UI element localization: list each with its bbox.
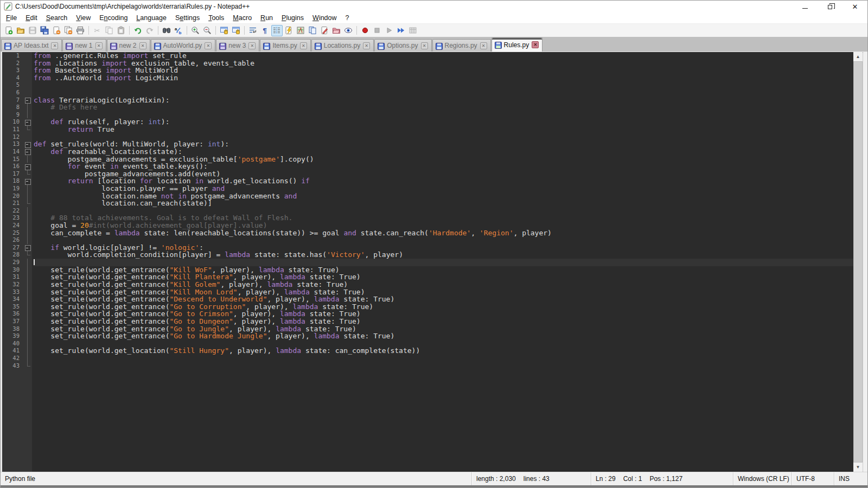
menu-item-view[interactable]: View (72, 13, 95, 23)
code-line[interactable]: set_rule(world.get_entrance("Go to Corru… (34, 303, 853, 311)
cut-icon[interactable]: ✂ (92, 25, 103, 36)
code-line[interactable]: def rule(self, player: int): (34, 118, 853, 126)
redo-icon[interactable] (144, 25, 156, 36)
menu-item-macro[interactable]: Macro (228, 13, 256, 23)
code-line[interactable]: set_rule(world.get_entrance("Go to Jungl… (34, 325, 853, 333)
code-line[interactable]: # 88 total achievements. Goal is to defe… (34, 214, 853, 222)
code-line[interactable] (34, 236, 853, 244)
scrollbar-thumb[interactable] (853, 61, 863, 463)
tab-close-icon[interactable]: ✕ (363, 42, 370, 49)
code-line[interactable] (34, 133, 853, 141)
tab-close-icon[interactable]: ✕ (532, 41, 539, 48)
open-folder-icon[interactable] (15, 25, 27, 36)
save-all-icon[interactable] (39, 25, 50, 36)
code-line[interactable]: from ..generic.Rules import set_rule (34, 52, 853, 60)
code-line[interactable]: from ..AutoWorld import LogicMixin (34, 74, 853, 82)
code-line[interactable]: set_rule(world.get_entrance("Kill WoF", … (34, 266, 853, 274)
code-line[interactable]: goal = 20#int(world.achievement_goal[pla… (34, 222, 853, 229)
menu-item-language[interactable]: Language (132, 13, 171, 23)
tab-items-py[interactable]: Items.py✕ (260, 39, 310, 52)
code-line[interactable] (34, 355, 853, 362)
tab-new-1[interactable]: new 1✕ (62, 39, 106, 52)
macro-save-icon[interactable] (407, 25, 419, 36)
replace-icon[interactable]: ab (173, 25, 184, 36)
undo-icon[interactable] (132, 25, 144, 36)
restore-button[interactable] (818, 1, 843, 12)
menu-item-settings[interactable]: Settings (171, 13, 204, 23)
tab-close-icon[interactable]: ✕ (248, 42, 256, 49)
fold-collapse-box[interactable] (23, 244, 32, 252)
fold-collapse-box[interactable] (23, 97, 32, 104)
macro-record-icon[interactable] (360, 25, 371, 36)
tab-close-icon[interactable]: ✕ (95, 42, 103, 49)
code-line[interactable]: location.can_reach(state)] (34, 200, 853, 207)
tab-locations-py[interactable]: Locations.py✕ (311, 39, 374, 52)
menu-item-encoding[interactable]: Encoding (95, 13, 132, 23)
macro-stop-icon[interactable] (372, 25, 383, 36)
code-line[interactable]: def reachable_locations(state): (34, 148, 853, 156)
code-line[interactable]: set_rule(world.get_entrance("Kill Plante… (34, 273, 853, 281)
monitoring-eye-icon[interactable] (343, 25, 354, 36)
code-line[interactable] (34, 207, 853, 215)
fold-collapse-box[interactable] (23, 163, 32, 170)
fold-collapse-box[interactable] (23, 177, 32, 185)
tab-rules-py[interactable]: Rules.py✕ (492, 37, 543, 52)
code-line[interactable]: class TerrariaLogic(LogicMixin): (34, 97, 853, 104)
style-token-icon[interactable] (319, 25, 330, 36)
editor-area[interactable]: 1234567891011121314151617181920212223242… (1, 52, 867, 472)
word-wrap-icon[interactable] (247, 25, 259, 36)
code-line[interactable]: world.completion_condition[player] = lam… (34, 251, 853, 259)
zoom-in-icon[interactable] (190, 25, 201, 36)
window-resize-edge[interactable] (863, 52, 867, 472)
menu-item-file[interactable]: File (2, 13, 21, 23)
scroll-up-arrow[interactable]: ▲ (853, 52, 863, 61)
function-list-icon[interactable] (283, 25, 295, 36)
tab-regions-py[interactable]: Regions.py✕ (432, 39, 491, 52)
menu-item-window[interactable]: Window (308, 13, 341, 23)
code-line[interactable]: return True (34, 126, 853, 133)
zoom-out-icon[interactable] (202, 25, 213, 36)
menu-item-tools[interactable]: Tools (204, 13, 228, 23)
tab-new-3[interactable]: new 3✕ (216, 39, 259, 52)
code-line[interactable]: set_rule(world.get_entrance("Kill Moon L… (34, 288, 853, 296)
minimize-button[interactable] (793, 1, 818, 12)
tab-close-icon[interactable]: ✕ (51, 42, 58, 49)
code-line[interactable]: postgame_advancements = exclusion_table[… (34, 156, 853, 163)
code-column[interactable]: from ..generic.Rules import set_rulefrom… (32, 52, 853, 472)
menu-item-search[interactable]: Search (42, 13, 72, 23)
find-icon[interactable] (161, 25, 173, 36)
copy-icon[interactable] (104, 25, 115, 36)
fold-collapse-box[interactable] (23, 148, 32, 156)
tab-close-icon[interactable]: ✕ (421, 42, 428, 49)
code-line[interactable]: return [location for location in world.g… (34, 177, 853, 185)
fold-collapse-box[interactable] (23, 140, 32, 148)
code-line[interactable]: postgame_advancements.add(event) (34, 170, 853, 178)
code-line[interactable] (34, 111, 853, 119)
new-file-icon[interactable] (3, 25, 15, 36)
macro-play-icon[interactable] (384, 25, 395, 36)
code-line[interactable] (34, 81, 853, 89)
close-doc-icon[interactable] (51, 25, 62, 36)
code-line[interactable]: can_complete = lambda state: len(reachab… (34, 229, 853, 237)
vertical-scrollbar[interactable]: ▲ ▼ (853, 52, 863, 472)
doc-switcher-icon[interactable] (307, 25, 318, 36)
menu-item-edit[interactable]: Edit (21, 13, 42, 23)
close-all-icon[interactable] (63, 25, 74, 36)
tab-new-2[interactable]: new 2✕ (107, 39, 150, 52)
menu-item-plugins[interactable]: Plugins (277, 13, 308, 23)
folder-workspace-icon[interactable] (331, 25, 342, 36)
code-line[interactable] (34, 89, 853, 97)
paste-icon[interactable] (116, 25, 127, 36)
indent-guide-icon[interactable] (271, 25, 283, 36)
tab-options-py[interactable]: Options.py✕ (374, 39, 431, 52)
code-line[interactable]: set_rule(world.get_entrance("Descend to … (34, 296, 853, 303)
code-line[interactable]: location.name not in postgame_advancemen… (34, 192, 853, 200)
save-icon[interactable] (27, 25, 39, 36)
code-line[interactable]: set_rule(world.get_entrance("Go to Dunge… (34, 318, 853, 325)
code-line[interactable] (34, 340, 853, 348)
menu-item-run[interactable]: Run (256, 13, 277, 23)
code-line[interactable]: set_rule(world.get_entrance("Go to Crims… (34, 310, 853, 318)
tab-close-icon[interactable]: ✕ (139, 42, 146, 49)
code-line[interactable]: # Defs here (34, 104, 853, 111)
code-line[interactable] (34, 362, 853, 370)
